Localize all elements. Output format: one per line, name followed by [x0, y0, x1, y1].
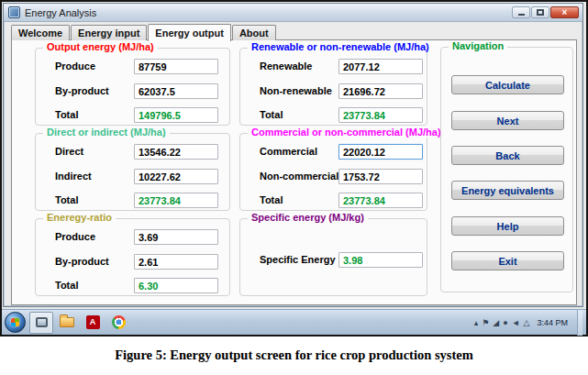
tabstrip: Welcome Energy input Energy output About — [11, 23, 277, 40]
start-button[interactable] — [5, 312, 26, 333]
specific-energy-field[interactable] — [338, 252, 423, 268]
tab-energy-output[interactable]: Energy output — [148, 24, 231, 41]
total-field[interactable] — [338, 107, 423, 123]
by-product-ratio-field[interactable] — [134, 254, 218, 270]
total-field[interactable] — [338, 193, 423, 208]
next-button[interactable]: Next — [451, 111, 564, 130]
energy-output-page: Output energy (MJ/ha) Produce By-product… — [11, 39, 577, 305]
row-by-product: By-product — [36, 254, 229, 270]
row-produce: Produce — [36, 229, 229, 246]
total-field[interactable] — [134, 107, 218, 123]
navigation-title: Navigation — [449, 40, 507, 51]
tab-about[interactable]: About — [232, 25, 276, 40]
total-ratio-field[interactable] — [134, 278, 218, 293]
folder-icon — [60, 317, 74, 327]
produce-ratio-field[interactable] — [134, 229, 218, 245]
energy-equivalents-button[interactable]: Energy equivalents — [451, 181, 564, 200]
row-total: Total — [240, 107, 427, 124]
commercial-field[interactable] — [338, 144, 423, 160]
commercial-panel: Commercial or non-commercial (MJ/ha) Com… — [239, 133, 427, 211]
total-field[interactable] — [134, 193, 218, 208]
app-icon — [8, 6, 20, 18]
show-hidden-icons-icon[interactable]: ▴ — [474, 318, 479, 327]
row-total: Total — [240, 193, 427, 209]
figure: Energy Analysis × Welcome Energy input E… — [0, 0, 588, 375]
action-center-flag-icon[interactable]: ⚑ — [482, 318, 489, 327]
maximize-icon — [537, 9, 544, 16]
minimize-icon — [518, 14, 525, 16]
direct-field[interactable] — [134, 144, 218, 160]
row-by-product: By-product — [36, 83, 229, 100]
row-indirect: Indirect — [36, 169, 229, 185]
back-button[interactable]: Back — [451, 146, 564, 165]
row-specific-energy: Specific Energy — [240, 252, 427, 269]
row-produce: Produce — [36, 59, 229, 75]
window-controls: × — [512, 6, 579, 18]
renewable-panel: Renewable or non-renewable (MJ/ha) Renew… — [239, 48, 427, 126]
network-icon[interactable]: ◢ — [493, 318, 499, 327]
row-direct: Direct — [36, 144, 229, 160]
navigation-panel: Navigation Calculate Next Back Energy eq… — [440, 47, 573, 292]
direct-indirect-panel: Direct or indirect (MJ/ha) Direct Indire… — [35, 133, 230, 211]
volume-icon[interactable]: ◄ — [512, 318, 520, 327]
notification-icon[interactable]: △ — [524, 318, 530, 327]
direct-indirect-title: Direct or indirect (MJ/ha) — [43, 127, 170, 138]
specific-energy-title: Specific energy (MJ/kg) — [248, 212, 368, 223]
commercial-title: Commercial or non-commercial (MJ/ha) — [248, 127, 445, 138]
produce-field[interactable] — [134, 59, 218, 74]
energy-ratio-panel: Eneregy-ratio Produce By-product Total — [35, 218, 230, 296]
non-commercial-field[interactable] — [338, 169, 423, 184]
energy-ratio-title: Eneregy-ratio — [43, 212, 116, 223]
adobe-reader-icon: A — [86, 315, 100, 329]
row-non-commercial: Non-commercial — [240, 169, 427, 185]
close-icon: × — [562, 8, 568, 17]
row-commercial: Commercial — [240, 144, 427, 160]
exit-button[interactable]: Exit — [451, 251, 564, 270]
taskbar: A ▴ ⚑ ◢ ● ◄ △ 3:44 PM — [2, 309, 586, 335]
chrome-icon — [112, 315, 126, 329]
minimize-button[interactable] — [512, 6, 530, 18]
taskbar-item-explorer[interactable] — [55, 312, 79, 334]
windows-logo-icon — [11, 318, 19, 326]
help-button[interactable]: Help — [451, 216, 564, 236]
taskbar-item-chrome[interactable] — [106, 312, 130, 334]
row-total: Total — [36, 193, 229, 209]
row-renewable: Renewable — [240, 59, 427, 75]
show-desktop-button[interactable] — [577, 310, 582, 336]
tab-energy-input[interactable]: Energy input — [71, 25, 147, 40]
figure-caption: Figure 5: Energy output screen for rice … — [0, 347, 588, 363]
taskbar-item-adobe-reader[interactable]: A — [81, 312, 105, 334]
specific-energy-panel: Specific energy (MJ/kg) Specific Energy — [239, 218, 427, 296]
energy-analysis-app-icon — [36, 317, 48, 327]
taskbar-clock[interactable]: 3:44 PM — [533, 318, 573, 327]
taskbar-item-energy-analysis[interactable] — [29, 312, 53, 334]
indirect-field[interactable] — [134, 169, 218, 184]
non-renewable-field[interactable] — [338, 83, 423, 99]
app-window: Energy Analysis × Welcome Energy input E… — [3, 3, 583, 307]
window-title: Energy Analysis — [25, 7, 96, 18]
tab-welcome[interactable]: Welcome — [11, 25, 70, 40]
maximize-button[interactable] — [531, 6, 549, 18]
system-tray: ▴ ⚑ ◢ ● ◄ △ 3:44 PM — [474, 310, 586, 336]
calculate-button[interactable]: Calculate — [451, 75, 564, 94]
power-icon[interactable]: ● — [503, 318, 507, 327]
row-non-renewable: Non-renewable — [240, 83, 427, 100]
renewable-title: Renewable or non-renewable (MJ/ha) — [248, 41, 433, 52]
renewable-field[interactable] — [338, 59, 423, 74]
close-button[interactable]: × — [550, 6, 579, 18]
screenshot-frame: Energy Analysis × Welcome Energy input E… — [0, 0, 588, 336]
row-total: Total — [36, 107, 229, 124]
row-total: Total — [36, 278, 229, 294]
output-energy-title: Output energy (MJ/ha) — [43, 41, 158, 52]
by-product-field[interactable] — [134, 83, 218, 99]
output-energy-panel: Output energy (MJ/ha) Produce By-product… — [35, 48, 230, 126]
titlebar[interactable]: Energy Analysis × — [4, 4, 582, 22]
